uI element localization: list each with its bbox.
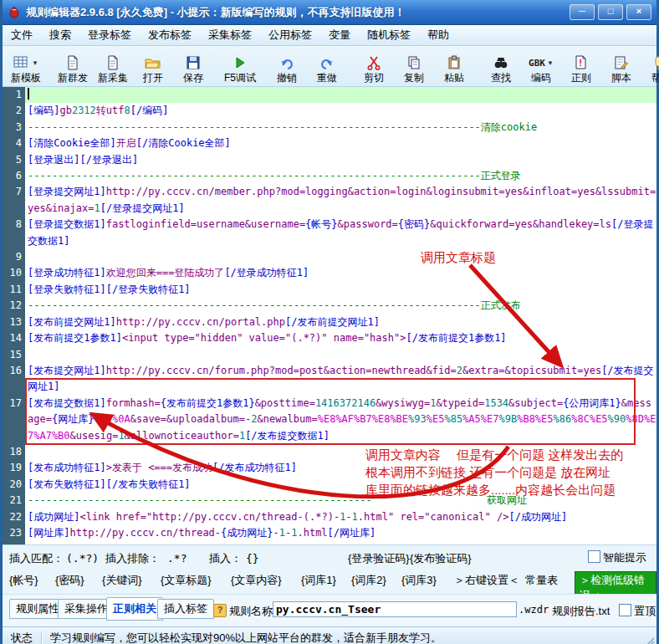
- editor-line[interactable]: [成功网址]<link href="http://py.cccv.cn/thre…: [25, 509, 656, 525]
- editor-line[interactable]: [发布前提交网址1]http://py.cccv.cn/portal.php[/…: [25, 314, 656, 330]
- chip-account[interactable]: {帐号}: [9, 573, 38, 588]
- find-button[interactable]: 查找: [481, 47, 521, 85]
- code-segment: 1: [352, 511, 358, 523]
- editor-line-row: 21--------------------------------------…: [3, 493, 656, 509]
- menu-help[interactable]: 帮助: [419, 25, 457, 45]
- editor-line[interactable]: [编码]gb2312转utf8[/编码]: [25, 103, 656, 119]
- chip-article-content[interactable]: {文章内容}: [231, 573, 282, 588]
- menu-random-tags[interactable]: 随机标签: [359, 25, 419, 45]
- insert-match-value[interactable]: (.*?): [66, 552, 99, 565]
- resize-grip[interactable]: [645, 637, 655, 644]
- copy-button[interactable]: 复制: [394, 47, 434, 85]
- maximize-button[interactable]: □: [598, 4, 623, 20]
- chip-lexicon1[interactable]: {词库1}: [301, 573, 336, 588]
- cut-button[interactable]: 剪切: [354, 47, 394, 85]
- debug-button[interactable]: F5调试: [220, 47, 260, 85]
- script-button[interactable]: 脚本: [601, 47, 641, 85]
- menu-collect-tags[interactable]: 采集标签: [200, 25, 260, 45]
- code-segment: ----------------------------------------…: [28, 299, 521, 311]
- editor-line-row: 23[网址库]http://py.cccv.cn/thread-{成功网址}-1…: [3, 525, 656, 541]
- minimize-button[interactable]: ─: [570, 4, 595, 20]
- code-segment: [/发布前提交网址1]: [285, 316, 380, 328]
- editor-line[interactable]: [发布提交数据1]formhash={发布前提交1参数1}&posttime=1…: [25, 396, 656, 444]
- editor-line[interactable]: ----------------------------------------…: [25, 298, 656, 314]
- toolbar: ▼ 新模板 新群发 新采集 打开 保存 F5调试 撤销: [3, 46, 656, 87]
- new-mass-post-button[interactable]: 新群发: [53, 47, 93, 85]
- insert-label: 插入：: [209, 551, 242, 566]
- rule-report-link[interactable]: 规则报告.txt: [552, 604, 610, 619]
- help-button[interactable]: ? 帮助: [641, 47, 659, 85]
- editor-line-row: 4[清除Cookie全部]开启[/清除Cookie全部]: [3, 135, 656, 151]
- editor-line[interactable]: [登录成功特征1]欢迎您回来===登陆成功了[/登录成功特征1]: [25, 265, 656, 281]
- editor-line[interactable]: [登录提交数据1]fastloginfield=username&usernam…: [25, 217, 656, 249]
- binoculars-icon: [493, 55, 508, 70]
- editor-line[interactable]: [清除Cookie全部]开启[/清除Cookie全部]: [25, 135, 656, 151]
- regex-icon: !: [574, 55, 589, 70]
- menu-login-tags[interactable]: 登录标签: [79, 25, 140, 45]
- line-number: 4: [3, 135, 25, 151]
- editor-line[interactable]: [发布提交网址1]http://py.cccv.cn/forum.php?mod…: [25, 363, 656, 396]
- editor-line[interactable]: ----------------------------------------…: [25, 168, 656, 184]
- status-separator: [41, 631, 42, 644]
- new-template-button[interactable]: ▼ 新模板: [6, 47, 46, 85]
- editor-line[interactable]: [发布前提交1参数1]<input type="hidden" value="(…: [25, 330, 656, 346]
- editor-line[interactable]: [25, 249, 656, 265]
- close-button[interactable]: ×: [626, 4, 651, 20]
- line-number: 9: [3, 249, 25, 265]
- insert-value[interactable]: {}: [246, 552, 259, 565]
- toolbar-label: 复制: [404, 71, 424, 84]
- open-folder-icon: [145, 55, 161, 70]
- redo-button[interactable]: 重做: [307, 47, 347, 85]
- menu-variables[interactable]: 变量: [320, 25, 359, 45]
- paste-button[interactable]: 粘贴: [434, 47, 474, 85]
- rule-name-input[interactable]: [273, 601, 517, 617]
- right-click-settings[interactable]: ＞右键设置＜: [454, 573, 519, 588]
- code-segment: [/清除Cookie全部]: [136, 137, 231, 149]
- editor-line[interactable]: [网址库]http://py.cccv.cn/thread-{成功网址}-1-1…: [25, 525, 656, 541]
- tab-insert-tags[interactable]: 插入标签: [157, 599, 214, 619]
- editor[interactable]: 12[编码]gb2312转utf8[/编码]3-----------------…: [3, 87, 656, 544]
- chip-password[interactable]: {密码}: [55, 573, 84, 588]
- toolbar-label: 粘贴: [444, 71, 464, 84]
- encoding-button[interactable]: GBK▼ 编码: [521, 47, 561, 85]
- editor-line[interactable]: ----------------------------------------…: [25, 120, 656, 135]
- editor-line[interactable]: [发布失败特征1][/发布失败特征1]: [25, 477, 656, 493]
- line-number: 21: [3, 493, 25, 509]
- menu-common-tags[interactable]: 公用标签: [260, 25, 320, 45]
- editor-line[interactable]: [25, 87, 656, 103]
- chip-lexicon2[interactable]: {词库2}: [351, 573, 386, 588]
- code-segment: {成功网址}: [221, 527, 273, 539]
- menu-bar: 文件 搜索 登录标签 发布标签 采集标签 公用标签 变量 随机标签 帮助: [3, 25, 656, 46]
- scissors-icon: [366, 55, 381, 70]
- editor-line[interactable]: [登录提交网址1]http://py.cccv.cn/member.php?mo…: [25, 184, 656, 217]
- editor-line[interactable]: [发布成功特征1]>发表于 <===发布成功[/发布成功特征1]: [25, 460, 656, 476]
- open-button[interactable]: 打开: [133, 47, 173, 85]
- chip-keyword[interactable]: {关键词}: [102, 573, 142, 588]
- toolbar-label: 正则: [571, 71, 591, 84]
- chip-article-title[interactable]: {文章标题}: [161, 573, 212, 588]
- insert-exclude-value[interactable]: .*?: [167, 552, 186, 565]
- login-captcha-chip[interactable]: {登录验证码}: [348, 551, 410, 566]
- code-segment: http://py.cccv.cn/forum.php?mod=post&act…: [106, 365, 457, 376]
- menu-file[interactable]: 文件: [3, 25, 41, 45]
- editor-line[interactable]: [25, 444, 656, 460]
- undo-button[interactable]: 撤销: [267, 47, 307, 85]
- editor-line[interactable]: [登录退出][/登录退出]: [25, 152, 656, 168]
- code-segment: &quickforward=yes&handlekey=ls: [430, 218, 611, 230]
- regex-button[interactable]: ! 正则: [561, 47, 601, 85]
- tab-regex-related[interactable]: 正则相关: [106, 597, 163, 621]
- smart-tip-checkbox[interactable]: 智能提示: [588, 550, 646, 565]
- save-button[interactable]: 保存: [173, 47, 213, 85]
- editor-line[interactable]: ----------------------------------------…: [25, 493, 656, 509]
- editor-line[interactable]: [登录失败特征1][/登录失败特征1]: [25, 282, 656, 298]
- chip-lexicon3[interactable]: {词库3}: [401, 573, 437, 588]
- toolbar-label: 打开: [143, 71, 163, 84]
- menu-publish-tags[interactable]: 发布标签: [140, 25, 200, 45]
- menu-search[interactable]: 搜索: [41, 25, 79, 45]
- code-segment: 2: [457, 365, 462, 376]
- publish-captcha-chip[interactable]: {发布验证码}: [410, 551, 472, 566]
- new-collect-button[interactable]: 新采集: [93, 47, 133, 85]
- pin-checkbox[interactable]: [619, 604, 631, 616]
- editor-line[interactable]: [25, 347, 656, 363]
- const-table-link[interactable]: 常量表: [525, 573, 558, 588]
